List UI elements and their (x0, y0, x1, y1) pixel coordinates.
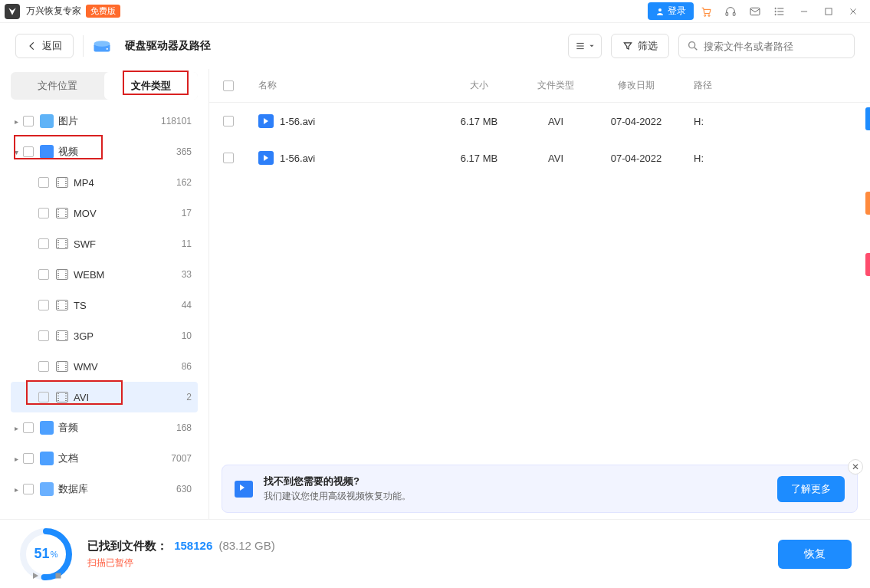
login-button[interactable]: 登录 (648, 2, 694, 20)
film-icon (55, 298, 69, 312)
expand-icon[interactable]: ▸ (11, 424, 21, 432)
tip-close-button[interactable]: ✕ (848, 459, 863, 475)
view-toggle[interactable] (568, 34, 602, 58)
database-icon (40, 482, 54, 496)
svg-point-9 (775, 8, 776, 8)
titlebar: 万兴恢复专家 免费版 登录 (0, 0, 870, 23)
col-date[interactable]: 修改日期 (594, 79, 678, 92)
row-checkbox[interactable] (223, 153, 234, 163)
select-all-checkbox[interactable] (223, 80, 234, 91)
table-row[interactable]: 1-56.avi 6.17 MB AVI 07-04-2022 H: (209, 140, 870, 176)
tree-item-wmv[interactable]: WMV 86 (11, 351, 198, 382)
checkbox[interactable] (38, 269, 49, 280)
minimize-button[interactable] (792, 0, 816, 23)
sidebar: 文件位置 文件类型 ▸ 图片 118101 ▾ 视频 365 MP4 (0, 69, 208, 519)
collapse-icon[interactable]: ▾ (11, 148, 21, 156)
file-path: H: (678, 116, 740, 127)
tree-count: 365 (176, 146, 192, 157)
svg-point-22 (689, 42, 695, 48)
tree-item-mp4[interactable]: MP4 162 (11, 167, 198, 198)
svg-rect-13 (826, 8, 832, 14)
checkbox[interactable] (38, 300, 49, 310)
file-list: 名称 大小 文件类型 修改日期 路径 1-56.avi 6.17 MB AVI … (208, 69, 870, 519)
drive-icon (93, 38, 111, 54)
close-button[interactable] (841, 0, 865, 23)
tree-item-document[interactable]: ▸ 文档 7007 (11, 443, 198, 474)
tree-item-video[interactable]: ▾ 视频 365 (11, 136, 198, 167)
tree-item-3gp[interactable]: 3GP 10 (11, 320, 198, 351)
checkbox[interactable] (23, 484, 34, 494)
tab-file-location[interactable]: 文件位置 (11, 72, 104, 100)
tree-item-webm[interactable]: WEBM 33 (11, 259, 198, 290)
checkbox[interactable] (38, 238, 49, 249)
col-path[interactable]: 路径 (678, 79, 740, 92)
search-box[interactable] (678, 34, 855, 58)
tab-file-type[interactable]: 文件类型 (104, 72, 198, 100)
back-button[interactable]: 返回 (15, 34, 74, 58)
learn-more-button[interactable]: 了解更多 (777, 476, 845, 502)
tree-item-audio[interactable]: ▸ 音频 168 (11, 412, 198, 443)
checkbox[interactable] (38, 177, 49, 188)
checkbox[interactable] (23, 116, 34, 126)
recover-button[interactable]: 恢复 (778, 540, 852, 569)
list-icon[interactable] (767, 0, 792, 23)
tree-label: 图片 (58, 114, 78, 128)
svg-point-1 (704, 15, 706, 16)
tree-count: 162 (176, 177, 192, 188)
image-icon (40, 114, 54, 128)
edge-accent (865, 107, 870, 130)
video-icon (235, 481, 253, 498)
tip-bar: 找不到您需要的视频? 我们建议您使用高级视频恢复功能。 了解更多 ✕ (222, 465, 858, 513)
cart-icon[interactable] (694, 0, 718, 23)
edge-accent (865, 192, 870, 215)
checkbox[interactable] (23, 146, 34, 157)
checkbox[interactable] (23, 422, 34, 433)
table-row[interactable]: 1-56.avi 6.17 MB AVI 07-04-2022 H: (209, 103, 870, 140)
play-icon[interactable] (31, 570, 40, 583)
app-icon (5, 4, 20, 19)
checkbox[interactable] (38, 392, 49, 402)
search-input[interactable] (704, 41, 846, 52)
tree-item-database[interactable]: ▸ 数据库 630 (11, 474, 198, 504)
checkbox[interactable] (38, 208, 49, 218)
tree-item-image[interactable]: ▸ 图片 118101 (11, 106, 198, 136)
col-type[interactable]: 文件类型 (517, 79, 594, 92)
row-checkbox[interactable] (223, 116, 234, 126)
tree-item-avi[interactable]: AVI 2 (11, 382, 198, 412)
filter-button[interactable]: 筛选 (611, 34, 669, 58)
file-type-tree: ▸ 图片 118101 ▾ 视频 365 MP4 162 MOV 17 S (11, 106, 198, 504)
tree-item-swf[interactable]: SWF 11 (11, 228, 198, 259)
tree-label: MP4 (74, 177, 94, 189)
app-title: 万兴恢复专家 (26, 5, 81, 18)
film-icon (55, 329, 69, 343)
maximize-button[interactable] (816, 0, 841, 23)
free-badge: 免费版 (86, 5, 120, 18)
film-icon (55, 390, 69, 404)
tree-item-ts[interactable]: TS 44 (11, 290, 198, 320)
headset-icon[interactable] (718, 0, 743, 23)
play-controls (31, 570, 63, 583)
checkbox[interactable] (38, 361, 49, 372)
svg-point-2 (708, 15, 710, 16)
tree-count: 11 (182, 238, 192, 249)
toolbar: 返回 硬盘驱动器及路径 筛选 (0, 23, 870, 69)
svg-point-18 (107, 48, 108, 50)
checkbox[interactable] (38, 330, 49, 341)
col-size[interactable]: 大小 (441, 79, 517, 92)
file-path: H: (678, 153, 740, 164)
col-name[interactable]: 名称 (234, 79, 441, 92)
checkbox[interactable] (23, 453, 34, 464)
svg-rect-26 (56, 573, 61, 579)
expand-icon[interactable]: ▸ (11, 485, 21, 494)
file-type: AVI (517, 153, 594, 164)
stop-icon[interactable] (54, 570, 63, 583)
found-files-line: 已找到文件数： 158126 (83.12 GB) (87, 539, 275, 554)
svg-rect-4 (733, 12, 735, 15)
tree-item-mov[interactable]: MOV 17 (11, 198, 198, 228)
expand-icon[interactable]: ▸ (11, 117, 21, 126)
found-size: (83.12 GB) (218, 539, 274, 552)
expand-icon[interactable]: ▸ (11, 455, 21, 463)
mail-icon[interactable] (743, 0, 767, 23)
svg-point-10 (775, 11, 776, 11)
tree-label: TS (74, 300, 87, 311)
